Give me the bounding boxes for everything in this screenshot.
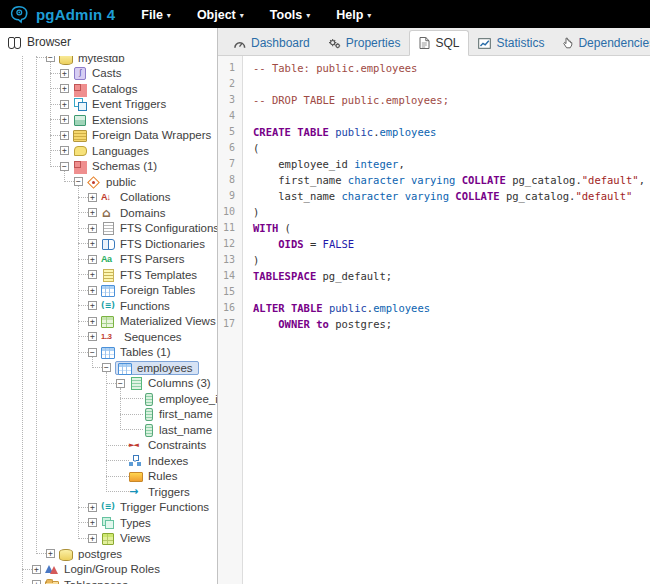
object-browser-tree[interactable]: −mytestdb+Casts+Catalogs+Event Triggers+… — [0, 56, 217, 584]
tree-item-label[interactable]: Casts — [90, 67, 123, 79]
tree-item-label[interactable]: Types — [118, 517, 153, 529]
tab-statistics[interactable]: Statistics — [469, 31, 553, 55]
expand-toggle[interactable]: + — [88, 317, 97, 326]
tree-item-label[interactable]: Views — [118, 532, 152, 544]
tree-item-label[interactable]: Indexes — [146, 455, 190, 467]
tree-row[interactable]: +Types — [0, 515, 217, 531]
tree-item-label[interactable]: Domains — [118, 207, 167, 219]
tree-row[interactable]: Rules — [0, 469, 217, 485]
expand-toggle[interactable]: + — [60, 146, 69, 155]
tree-item-label[interactable]: Sequences — [122, 331, 184, 343]
tree-row[interactable]: +postgres — [0, 546, 217, 562]
tree-row[interactable]: +FTS Dictionaries — [0, 236, 217, 252]
collapse-toggle[interactable]: − — [102, 363, 111, 372]
tree-item-label[interactable]: FTS Parsers — [118, 253, 187, 265]
tab-sql[interactable]: SQL — [409, 30, 469, 56]
tree-row[interactable]: −Tables (1) — [0, 345, 217, 361]
expand-toggle[interactable]: + — [46, 549, 55, 558]
tree-row[interactable]: +Sequences — [0, 329, 217, 345]
tree-row[interactable]: +FTS Parsers — [0, 252, 217, 268]
tree-row[interactable]: +Login/Group Roles — [0, 562, 217, 578]
tree-row[interactable]: employee_id — [0, 391, 217, 407]
expand-toggle[interactable]: + — [88, 534, 97, 543]
tree-row[interactable]: +Views — [0, 531, 217, 547]
tree-item-label[interactable]: Collations — [118, 191, 173, 203]
tree-row[interactable]: −Schemas (1) — [0, 159, 217, 175]
tree-item-label[interactable]: Constraints — [146, 439, 208, 451]
tree-item-label[interactable]: first_name — [157, 408, 215, 420]
tree-item-label[interactable]: Columns (3) — [146, 377, 213, 389]
tree-item-label[interactable]: Tables (1) — [118, 346, 173, 358]
tree-row[interactable]: +Tablespaces — [0, 577, 217, 584]
tree-item-label[interactable]: Languages — [90, 145, 151, 157]
tree-row[interactable]: first_name — [0, 407, 217, 423]
tree-item-label[interactable]: Foreign Tables — [118, 284, 197, 296]
tree-row[interactable]: last_name — [0, 422, 217, 438]
tree-item-label[interactable]: Schemas (1) — [90, 160, 159, 172]
expand-toggle[interactable]: + — [60, 115, 69, 124]
menu-object[interactable]: Object▾ — [197, 8, 244, 22]
tree-row[interactable]: +FTS Templates — [0, 267, 217, 283]
tree-row[interactable]: +Catalogs — [0, 81, 217, 97]
tree-item-label[interactable]: Event Triggers — [90, 98, 168, 110]
menu-tools[interactable]: Tools▾ — [270, 8, 310, 22]
expand-toggle[interactable]: + — [88, 518, 97, 527]
tree-item-label[interactable]: FTS Templates — [118, 269, 199, 281]
sql-editor[interactable]: 1-- Table: public.employees23-- DROP TAB… — [218, 56, 650, 584]
collapse-toggle[interactable]: − — [60, 162, 69, 171]
tree-row[interactable]: +Extensions — [0, 112, 217, 128]
tree-item-label[interactable]: Rules — [146, 470, 179, 482]
tree-item-label[interactable]: employee_id — [157, 393, 217, 405]
tree-item-label[interactable]: Materialized Views — [118, 315, 217, 327]
expand-toggle[interactable]: + — [88, 255, 97, 264]
collapse-toggle[interactable]: − — [88, 348, 97, 357]
expand-toggle[interactable]: + — [60, 100, 69, 109]
tree-row[interactable]: −mytestdb — [0, 56, 217, 66]
expand-toggle[interactable]: + — [32, 580, 41, 584]
tree-row[interactable]: +Event Triggers — [0, 97, 217, 113]
tree-item-label[interactable]: Tablespaces — [62, 579, 130, 584]
menu-file[interactable]: File▾ — [141, 8, 171, 22]
tree-item-label[interactable]: mytestdb — [76, 56, 127, 64]
tree-row[interactable]: +Languages — [0, 143, 217, 159]
tab-properties[interactable]: Properties — [319, 31, 410, 55]
tree-item-label[interactable]: Foreign Data Wrappers — [90, 129, 213, 141]
tree-row[interactable]: +Domains — [0, 205, 217, 221]
tree-row[interactable]: −employees — [0, 360, 217, 376]
expand-toggle[interactable]: + — [88, 286, 97, 295]
tree-row[interactable]: +Foreign Data Wrappers — [0, 128, 217, 144]
expand-toggle[interactable]: + — [60, 84, 69, 93]
expand-toggle[interactable]: + — [88, 224, 97, 233]
tree-row[interactable]: +Materialized Views — [0, 314, 217, 330]
tree-item-label[interactable]: Functions — [118, 300, 172, 312]
tab-dependencies[interactable]: Dependencies — [553, 31, 650, 55]
collapse-toggle[interactable]: − — [116, 379, 125, 388]
tree-item-label[interactable]: Catalogs — [90, 83, 139, 95]
expand-toggle[interactable]: + — [60, 131, 69, 140]
tree-row[interactable]: +Foreign Tables — [0, 283, 217, 299]
menu-help[interactable]: Help▾ — [336, 8, 371, 22]
tree-row[interactable]: Indexes — [0, 453, 217, 469]
expand-toggle[interactable]: + — [88, 332, 97, 341]
tree-item-label[interactable]: postgres — [76, 548, 124, 560]
collapse-toggle[interactable]: − — [74, 177, 83, 186]
tree-row[interactable]: −Columns (3) — [0, 376, 217, 392]
tree-item-label[interactable]: Triggers — [146, 486, 192, 498]
tree-item-label[interactable]: FTS Configurations — [118, 222, 217, 234]
expand-toggle[interactable]: + — [60, 69, 69, 78]
tree-row[interactable]: +FTS Configurations — [0, 221, 217, 237]
tree-row[interactable]: +Trigger Functions — [0, 500, 217, 516]
tree-row[interactable]: Constraints — [0, 438, 217, 454]
tree-row[interactable]: +Casts — [0, 66, 217, 82]
tree-row[interactable]: +Collations — [0, 190, 217, 206]
tree-item-label[interactable]: Trigger Functions — [118, 501, 211, 513]
tree-item-label[interactable]: Extensions — [90, 114, 150, 126]
tree-row[interactable]: −public — [0, 174, 217, 190]
tree-row[interactable]: +Functions — [0, 298, 217, 314]
tree-item-label[interactable]: last_name — [157, 424, 214, 436]
tree-item-label[interactable]: FTS Dictionaries — [118, 238, 207, 250]
expand-toggle[interactable]: + — [88, 239, 97, 248]
expand-toggle[interactable]: + — [88, 193, 97, 202]
tree-item-label[interactable]: employees — [135, 362, 195, 374]
tree-row[interactable]: Triggers — [0, 484, 217, 500]
